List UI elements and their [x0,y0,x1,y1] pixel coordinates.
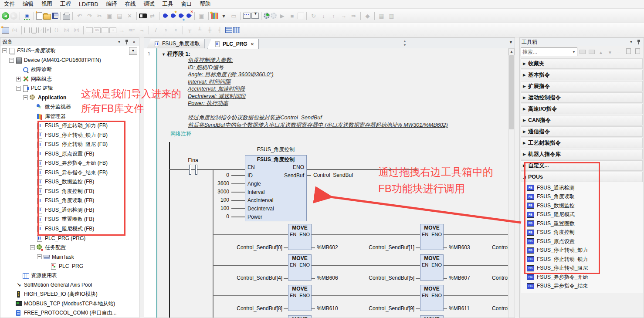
menu-窗口[interactable]: 窗口 [177,0,196,8]
toolbox-category-运动控制指令[interactable]: ▶运动控制指令 [521,92,643,103]
move-output[interactable]: %MB610 [317,305,338,311]
network-comment[interactable]: 网络注释 [170,130,191,138]
toolbox-category-工艺封装指令[interactable]: ▶工艺封装指令 [521,138,643,148]
tree-item[interactable]: PLC_PRG [0,262,139,271]
window-list-icon[interactable]: ▼ [509,40,513,44]
menu-帮助[interactable]: 帮助 [196,0,214,8]
close-icon[interactable]: ✕ [131,39,137,45]
toolbox-category-pous[interactable]: ◢ POUs [521,172,643,182]
tree-item[interactable]: MODBUS_TCP (ModbusTCP本地从站) [0,299,139,309]
view-ladder-icon[interactable] [225,27,232,33]
move-input[interactable]: Control_SendBuf[9] [348,305,414,311]
find-icon[interactable] [139,11,147,20]
tree-item[interactable]: FSUS_阻尼模式 (FB) [0,224,139,234]
menu-工程[interactable]: 工程 [56,0,75,8]
menu-LD/FBD[interactable]: LD/FBD [75,1,102,8]
pou-item[interactable]: FBFSUS_数据监控 [521,201,643,210]
tree-item[interactable]: FSUS_停止转动_锁力 (FB) [0,131,139,140]
tree-item[interactable]: −Device (AM401-CPU1608TP/TN) [0,56,139,65]
toolbox-category-通信指令[interactable]: ▶通信指令 [521,126,643,137]
pou-item[interactable]: FBFSUS_阻尼模式 [521,210,643,220]
fb-instance-label[interactable]: FSUS_角度控制 [245,146,307,153]
tree-item[interactable]: ≈微分监视器 [0,102,139,112]
pou-item[interactable]: FBFSUS_异步指令_开始 [521,273,643,282]
collapse-triangle-icon[interactable]: ▼ [162,52,166,57]
pou-item[interactable]: FBFSUS_停止转动_卸力 [521,246,643,255]
section-header[interactable]: ▼程序段 1: [162,50,190,58]
pin-icon[interactable] [635,39,642,45]
print-icon[interactable] [63,14,70,20]
pou-item[interactable]: FBFSUS_停止转动_阻尼 [521,264,643,273]
output-variable[interactable]: Control_SendBuf [313,172,353,178]
tree-item[interactable]: FSUS_原点设置 (FB) [0,149,139,159]
tree-item[interactable]: −Application [0,93,139,103]
menu-编辑[interactable]: 编辑 [19,0,37,8]
project-combo-icon[interactable]: ▼ [129,47,137,55]
scrollbar-thumb[interactable] [509,55,514,129]
clean-icon[interactable] [185,11,192,20]
toolbox-category-收藏夹[interactable]: ▶收藏夹 [521,58,643,69]
tree-item[interactable]: PLC_PRG (PRG) [0,233,139,243]
tree-item[interactable]: FSUS_停止转动_阻尼 (FB) [0,140,139,149]
collapse-icon[interactable]: − [30,245,35,250]
menu-调试[interactable]: 调试 [139,0,158,8]
pou-item[interactable]: FBFSUS_停止转动_锁力 [521,255,643,264]
contact-label[interactable]: Fina [184,157,202,163]
tree-item[interactable]: ↘SoftMotion General Axis Pool [0,281,139,290]
tree-item[interactable]: HIGH_SPEED_IO (高速IO模块) [0,290,139,299]
pin-icon[interactable] [123,39,130,45]
toolbox-category-自定义...[interactable]: ▶自定义... [521,160,643,171]
scroll-up-icon[interactable]: ▲ [508,48,515,55]
move-block[interactable]: MOVEENENO [420,254,444,281]
menu-文件[interactable]: 文件 [0,0,19,8]
move-block[interactable]: MOVEENENO [288,224,312,250]
move-input[interactable]: Control_SendBuf[4] [216,275,282,281]
tree-item[interactable]: −MainTask [0,252,139,262]
new-object-icon[interactable] [211,13,218,19]
input-value[interactable]: 100 [192,197,229,203]
input-value[interactable]: 0 [192,213,229,220]
move-block[interactable]: MOVEENENO [420,224,444,250]
pou-item[interactable]: FBFSUS_原点设置 [521,237,643,246]
input-value[interactable]: 3000 [192,189,229,195]
new-object-dropdown-icon[interactable]: ▾ [219,11,228,20]
pou-item[interactable]: FBFSUS_异步指令_结束 [521,282,643,291]
tree-item[interactable]: 库管理器 [0,112,139,122]
back-icon[interactable]: ◄ [2,12,9,20]
collapse-icon[interactable]: − [9,58,14,63]
tree-item[interactable]: FSUS_重置圈数 (FB) [0,215,139,224]
input-value[interactable]: 0 [192,172,229,178]
move-block[interactable]: MOVEENENO [288,254,312,281]
move-block[interactable]: MOVEENENO [420,315,444,318]
move-output[interactable]: %MB606 [317,275,338,281]
tree-item[interactable]: FSUS_角度控制 (FB) [0,187,139,196]
move-input[interactable]: Control_SendBuf[1] [348,244,414,250]
editor-tab-FSUS_角度读取[interactable]: FSUS_角度读取 [147,39,205,48]
view-fbd-icon[interactable] [233,27,240,33]
editor-tab-PLC_PRG[interactable]: PLC_PRG✕ [207,39,259,49]
menu-工具[interactable]: 工具 [158,0,177,8]
panel-menu-icon[interactable]: ▼ [628,39,634,45]
toolbox-category-高速I/O指令[interactable]: ▶高速I/O指令 [521,104,643,114]
tree-item[interactable]: FSUS_停止转动_卸力 (FB) [0,121,139,131]
search-box[interactable]: ▼ [521,47,577,56]
menu-视图[interactable]: 视图 [37,0,56,8]
move-next-input[interactable]: Control_S [492,275,509,281]
move-next-input[interactable]: Control_S [492,305,509,311]
fb-block-FSUS-angle-control[interactable]: FSUS_角度控制ENENOIDSendBufAngleIntervalAccI… [245,155,307,221]
move-output[interactable]: %MB602 [317,244,338,250]
build-icon[interactable] [162,11,169,20]
pou-item[interactable]: FBFSUS_通讯检测 [521,183,643,193]
tree-item[interactable]: FSUS_数据监控 (FB) [0,177,139,187]
pou-item[interactable]: FBFSUS_重置圈数 [521,219,643,228]
tree-item[interactable]: FSUS_异步指令_结束 (FB) [0,168,139,178]
search-input[interactable] [521,49,571,55]
tree-item[interactable]: −FSUS--角度读取▼ [0,46,139,56]
tree-item[interactable]: −PLC 逻辑 [0,84,139,93]
insert-network-icon[interactable] [2,27,9,34]
toolbox-category-基本指令[interactable]: ▶基本指令 [521,70,643,80]
input-value[interactable]: 3600 [192,180,229,186]
toolbox-category-CAN指令[interactable]: ▶CAN指令 [521,115,643,125]
pou-item[interactable]: FBFSUS_角度控制 [521,228,643,237]
collapse-icon[interactable]: − [16,86,21,91]
